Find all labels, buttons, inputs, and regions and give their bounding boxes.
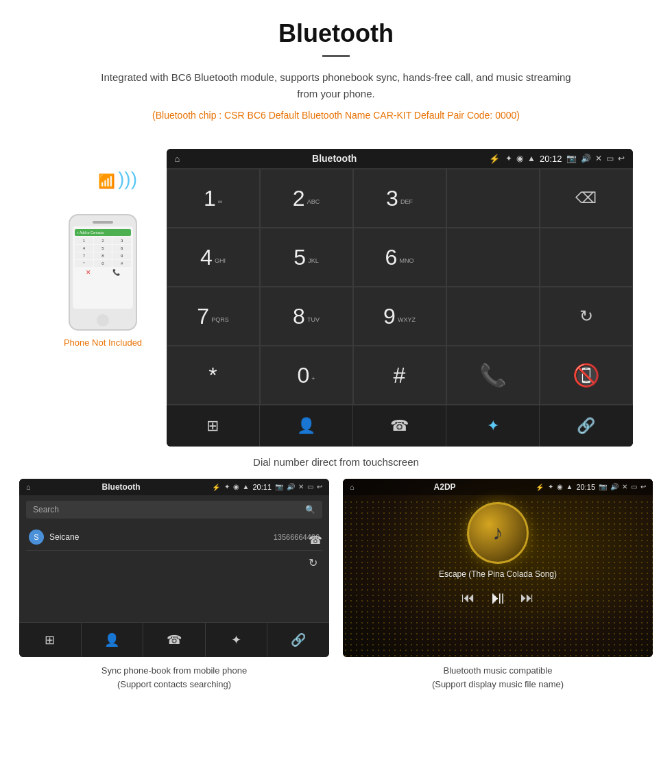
page-header: Bluetooth Integrated with BC6 Bluetooth …	[0, 0, 672, 135]
dialpad-grid: 1 ∞ 2 ABC 3 DEF ⌫ 4 GHI 5 JKL	[167, 169, 633, 405]
car-bottom-phone[interactable]: ☎	[353, 405, 446, 447]
dial-sub-1: ∞	[218, 198, 222, 205]
dial-key-7[interactable]: 7 PQRS	[167, 287, 260, 346]
pb-bottom-bar: ⊞ 👤 ☎ ✦ 🔗	[19, 622, 329, 657]
pb-search-bar[interactable]: Search 🔍	[26, 501, 322, 519]
phone-not-included-label: Phone Not Included	[64, 337, 142, 348]
dial-sub-9: WXYZ	[398, 316, 416, 323]
bt-status-icon: ✦	[505, 154, 512, 163]
music-screen-title: A2DP	[359, 482, 531, 492]
pb-list-container: S Seicane 13566664466 ☎ ↻	[19, 524, 329, 622]
dial-empty-1	[446, 169, 540, 228]
song-title: Escape (The Pina Colada Song)	[439, 569, 557, 579]
dial-key-3[interactable]: 3 DEF	[353, 169, 446, 228]
pb-bt-bottom-icon[interactable]: ✦	[206, 623, 268, 657]
music-camera-icon: 📷	[599, 483, 607, 491]
bottom-section: ⌂ Bluetooth ⚡ ✦ ◉ ▲ 20:11 📷 🔊 ✕ ▭ ↩	[0, 479, 672, 704]
prev-track-button[interactable]: ⏮	[461, 590, 475, 606]
dial-key-8[interactable]: 8 TUV	[260, 287, 353, 346]
pb-camera-icon: 📷	[275, 483, 283, 491]
dial-key-5[interactable]: 5 JKL	[260, 228, 353, 287]
phone-dial-2: 2	[94, 237, 112, 244]
music-wifi-icon: ▲	[566, 483, 573, 491]
dial-status-bar: ⌂ Bluetooth ⚡ ✦ ◉ ▲ 20:12 📷 🔊 ✕ ▭ ↩	[167, 149, 633, 169]
call-green-icon: 📞	[479, 362, 507, 388]
dial-sub-2: ABC	[307, 198, 320, 205]
pb-list: S Seicane 13566664466	[19, 524, 329, 622]
pb-bt-icon: ✦	[224, 483, 230, 491]
pb-win-icon: ▭	[307, 483, 313, 491]
contact-letter: S	[29, 530, 44, 545]
phone-dialpad: 1 2 3 4 5 6 7 8 9 * 0 #	[75, 237, 131, 267]
phone-dial-1: 1	[75, 237, 93, 244]
music-status-right: ✦ ◉ ▲ 20:15 📷 🔊 ✕ ▭ ↩	[548, 483, 646, 491]
close-icon: ✕	[595, 154, 602, 163]
pb-home-icon: ⌂	[26, 483, 31, 491]
next-track-button[interactable]: ⏭	[520, 590, 534, 606]
dial-sub-8: TUV	[307, 316, 320, 323]
pb-right-icons: ☎ ↻	[309, 534, 322, 569]
phone-illustration: ))) 📶 + Add to Contacts 1 2 3 4 5 6 7 8	[40, 149, 167, 348]
car-bottom-link[interactable]: 🔗	[540, 405, 632, 447]
pb-call-icon[interactable]: ☎	[309, 534, 322, 547]
dial-key-2[interactable]: 2 ABC	[260, 169, 353, 228]
dial-end-call-button[interactable]: 📵	[540, 346, 633, 405]
pb-grid-icon[interactable]: ⊞	[19, 623, 82, 657]
music-controls: ⏮ ⏯ ⏭	[461, 587, 534, 608]
dial-call-button[interactable]: 📞	[446, 346, 540, 405]
music-caption-line2: (Support display music file name)	[432, 679, 564, 689]
phone-screen-bottom: ✕ 📞	[75, 269, 131, 276]
search-icon: 🔍	[305, 505, 315, 514]
play-pause-button[interactable]: ⏯	[489, 587, 507, 608]
phonebook-caption-line2: (Support contacts searching)	[117, 679, 231, 689]
home-icon: ⌂	[175, 154, 180, 164]
dial-key-hash[interactable]: #	[353, 346, 446, 405]
dial-num-2: 2	[293, 186, 305, 211]
camera-icon: 📷	[566, 154, 577, 163]
dial-key-0[interactable]: 0 +	[260, 346, 353, 405]
dial-sub-7: PQRS	[211, 316, 229, 323]
music-time: 20:15	[576, 483, 595, 491]
dial-num-4: 4	[200, 245, 213, 270]
dial-key-4[interactable]: 4 GHI	[167, 228, 260, 287]
car-bottom-grid[interactable]: ⊞	[167, 405, 260, 447]
phonebook-screen: ⌂ Bluetooth ⚡ ✦ ◉ ▲ 20:11 📷 🔊 ✕ ▭ ↩	[19, 479, 329, 657]
music-note-icon: ♪	[493, 521, 503, 545]
bluetooth-phone-icon: 📶	[98, 173, 115, 189]
pb-phone-icon[interactable]: ☎	[143, 623, 206, 657]
phone-device: + Add to Contacts 1 2 3 4 5 6 7 8 9 * 0 …	[69, 214, 137, 331]
phonebook-caption-line1: Sync phone-book from mobile phone	[101, 665, 247, 676]
dial-key-1[interactable]: 1 ∞	[167, 169, 260, 228]
page-title: Bluetooth	[14, 19, 658, 48]
list-item: S Seicane 13566664466	[26, 524, 322, 551]
pb-refresh-icon[interactable]: ↻	[309, 556, 322, 569]
car-dial-screen: ⌂ Bluetooth ⚡ ✦ ◉ ▲ 20:12 📷 🔊 ✕ ▭ ↩ 1 ∞	[167, 149, 633, 447]
dial-num-9: 9	[383, 304, 396, 329]
pb-usb-icon: ⚡	[212, 484, 220, 491]
car-bottom-bluetooth[interactable]: ✦	[446, 405, 540, 447]
dial-key-star[interactable]: *	[167, 346, 260, 405]
pb-link-icon[interactable]: 🔗	[267, 623, 329, 657]
dial-num-0: 0	[297, 363, 309, 388]
dial-num-1: 1	[204, 186, 216, 211]
dial-sub-6: MNO	[399, 257, 413, 264]
phone-dial-8: 8	[94, 252, 112, 259]
dial-backspace[interactable]: ⌫	[540, 169, 633, 228]
music-usb-icon: ⚡	[536, 484, 544, 491]
dial-num-6: 6	[385, 245, 398, 270]
dial-sub-3: DEF	[400, 198, 413, 205]
car-screen-bottom-bar: ⊞ 👤 ☎ ✦ 🔗	[167, 405, 633, 447]
wifi-waves-icon: )))	[118, 169, 137, 189]
phone-home-button	[97, 314, 109, 326]
music-screen: ⌂ A2DP ⚡ ✦ ◉ ▲ 20:15 📷 🔊 ✕ ▭ ↩ ♪	[343, 479, 653, 657]
volume-icon: 🔊	[581, 154, 591, 163]
pb-status-bar: ⌂ Bluetooth ⚡ ✦ ◉ ▲ 20:11 📷 🔊 ✕ ▭ ↩	[19, 479, 329, 495]
music-status-bar: ⌂ A2DP ⚡ ✦ ◉ ▲ 20:15 📷 🔊 ✕ ▭ ↩	[343, 479, 653, 495]
phone-dial-9: 9	[112, 252, 131, 259]
dial-refresh[interactable]: ↻	[540, 287, 633, 346]
pb-person-icon[interactable]: 👤	[82, 623, 144, 657]
dial-key-9[interactable]: 9 WXYZ	[353, 287, 446, 346]
car-bottom-contacts[interactable]: 👤	[260, 405, 353, 447]
dial-key-6[interactable]: 6 MNO	[353, 228, 446, 287]
music-bt-icon: ✦	[548, 483, 553, 491]
